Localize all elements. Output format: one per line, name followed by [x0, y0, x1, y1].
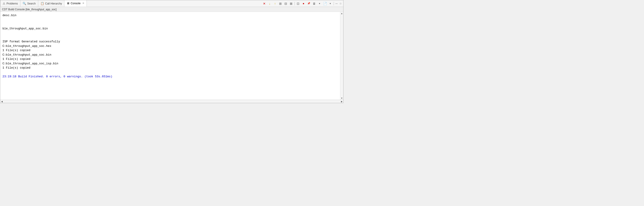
console-line: C:ble_throughput_app_soc.hex [2, 44, 341, 48]
status-text: CDT Build Console [ble_throughput_app_so… [2, 8, 56, 11]
clear-button[interactable]: ⊡ [296, 1, 300, 6]
console-line [2, 18, 341, 22]
display-button[interactable]: ⊞ [278, 1, 283, 6]
tab-problems-label: Problems [6, 2, 18, 5]
next-button[interactable]: ↓ [267, 1, 272, 6]
tab-search-label: Search [27, 2, 36, 5]
scroll-track[interactable] [340, 15, 343, 97]
tab-call-hierarchy[interactable]: 📋 Call Hierarchy [38, 0, 64, 7]
previous-button[interactable]: ↑ [272, 1, 278, 6]
problems-icon: ⚠ [3, 2, 5, 5]
tab-search[interactable]: 🔍 Search [20, 0, 38, 7]
console-line: 23:19:18 Build Finished. 0 errors, 0 war… [2, 74, 341, 79]
layout1-button[interactable]: ⊟ [283, 1, 288, 6]
call-hierarchy-icon: 📋 [40, 2, 44, 5]
tab-bar: ⚠ Problems 🔍 Search 📋 Call Hierarchy 🖥 C… [0, 0, 343, 7]
scroll-up-button[interactable]: ▲ [340, 12, 344, 15]
minimize-button[interactable]: — [335, 2, 338, 5]
console-output[interactable]: desc.bin ble_throughput_app_soc.bin ISP … [0, 12, 343, 100]
console-icon: 🖥 [67, 2, 70, 5]
vertical-scrollbar[interactable]: ▲ ▼ [340, 12, 343, 100]
panel-container: ⚠ Problems 🔍 Search 📋 Call Hierarchy 🖥 C… [0, 0, 344, 103]
new-console-dropdown-button[interactable]: ▼ [328, 1, 333, 6]
tab-bar-tabs: ⚠ Problems 🔍 Search 📋 Call Hierarchy 🖥 C… [0, 0, 261, 7]
scroll-down-button[interactable]: ▼ [340, 97, 344, 100]
search-icon: 🔍 [22, 2, 26, 5]
console-line: C:ble_throughput_app_soc.bin [2, 53, 341, 57]
tab-console[interactable]: 🖥 Console ✕ [64, 0, 87, 7]
new-console-button[interactable]: 📄 [322, 1, 327, 6]
monitor-dropdown-button[interactable]: ▼ [317, 1, 322, 6]
console-line: desc.bin [2, 13, 341, 18]
tab-problems[interactable]: ⚠ Problems [0, 0, 20, 7]
console-close-button[interactable]: ✕ [82, 2, 84, 5]
pin-button[interactable]: 📌 [306, 1, 311, 6]
scroll-right-button[interactable]: ▶ [340, 100, 343, 103]
console-line: 1 File(s) copied [2, 48, 341, 53]
console-line: ble_throughput_app_soc.bin [2, 27, 341, 31]
bottom-bar: ◀ ▶ [0, 100, 343, 103]
tab-call-hierarchy-label: Call Hierarchy [45, 2, 62, 5]
console-line [2, 31, 341, 35]
toolbar: ✕ ↓ ↑ ⊞ ⊟ ⊠ ⊡ ■ 📌 🖥 ▼ 📄 ▼ — □ [261, 1, 343, 6]
horizontal-scroll-track[interactable] [3, 100, 340, 103]
maximize-button[interactable]: □ [339, 2, 342, 5]
status-bar: CDT Build Console [ble_throughput_app_so… [0, 7, 343, 12]
scroll-left-button[interactable]: ◀ [0, 100, 3, 103]
console-line: C:ble_throughput_app_soc_isp.bin [2, 61, 341, 66]
console-line [2, 70, 341, 75]
console-line [2, 35, 341, 40]
console-line: 1 File(s) copied [2, 57, 341, 61]
terminate-button[interactable]: ✕ [262, 1, 267, 6]
stop-button[interactable]: ■ [301, 1, 306, 6]
console-line: ISP format Generated successfully [2, 39, 341, 44]
separator-1 [294, 2, 295, 5]
console-line: 1 File(s) copied [2, 66, 341, 70]
tab-console-label: Console [71, 2, 80, 5]
console-line [2, 22, 341, 27]
layout2-button[interactable]: ⊠ [289, 1, 294, 6]
monitor-button[interactable]: 🖥 [312, 1, 317, 6]
